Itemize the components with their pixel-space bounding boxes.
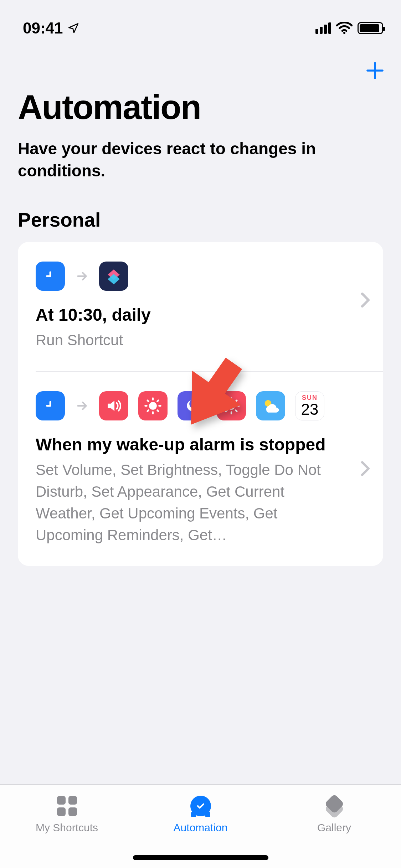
layers-icon <box>323 795 346 817</box>
automation-icon-strip: SUN 23 <box>36 391 348 420</box>
automation-tab-icon <box>189 795 212 817</box>
chevron-right-icon <box>360 461 371 476</box>
automation-subtitle: Run Shortcut <box>36 330 365 351</box>
automation-row[interactable]: SUN 23 When my wake-up alarm is stopped … <box>36 371 383 566</box>
clock-icon <box>36 391 65 420</box>
section-heading-personal: Personal <box>0 182 401 242</box>
automations-card: At 10:30, daily Run Shortcut <box>18 242 383 565</box>
grid-icon <box>56 795 78 817</box>
location-icon <box>67 22 79 34</box>
automation-title: When my wake-up alarm is stopped <box>36 435 348 454</box>
page-subtitle: Have your devices react to changes in co… <box>18 138 383 182</box>
wifi-icon <box>336 22 353 34</box>
moon-icon <box>178 391 207 420</box>
shortcuts-app-icon <box>99 262 128 291</box>
tab-label: My Shortcuts <box>36 822 98 834</box>
calendar-day: 23 <box>301 402 319 417</box>
brightness-icon <box>217 391 246 420</box>
tab-my-shortcuts[interactable]: My Shortcuts <box>0 785 134 868</box>
chevron-right-icon <box>360 292 371 308</box>
status-time: 09:41 <box>23 19 63 37</box>
automation-title: At 10:30, daily <box>36 305 365 325</box>
calendar-icon: SUN 23 <box>295 391 324 420</box>
status-bar: 09:41 <box>0 0 401 43</box>
status-right <box>315 22 383 34</box>
svg-point-2 <box>228 403 234 409</box>
plus-icon <box>365 61 385 81</box>
tab-label: Gallery <box>317 822 351 834</box>
nav-bar <box>0 43 401 88</box>
tab-label: Automation <box>174 822 228 834</box>
status-left: 09:41 <box>23 19 79 37</box>
cellular-icon <box>315 22 331 34</box>
add-button[interactable] <box>365 61 385 81</box>
svg-point-0 <box>343 32 345 34</box>
home-indicator <box>133 855 268 860</box>
clock-icon <box>36 262 65 291</box>
header: Automation Have your devices react to ch… <box>0 88 401 182</box>
battery-icon <box>358 22 383 34</box>
automation-row[interactable]: At 10:30, daily Run Shortcut <box>18 242 383 371</box>
weather-icon <box>256 391 285 420</box>
tab-gallery[interactable]: Gallery <box>267 785 401 868</box>
page-title: Automation <box>18 88 383 127</box>
calendar-weekday: SUN <box>302 394 318 401</box>
arrow-right-icon <box>75 399 89 413</box>
brightness-icon <box>138 391 168 420</box>
automation-icon-strip <box>36 262 365 291</box>
volume-icon <box>99 391 128 420</box>
svg-point-1 <box>150 403 156 409</box>
arrow-right-icon <box>75 269 89 283</box>
automation-subtitle: Set Volume, Set Brightness, Toggle Do No… <box>36 459 348 546</box>
